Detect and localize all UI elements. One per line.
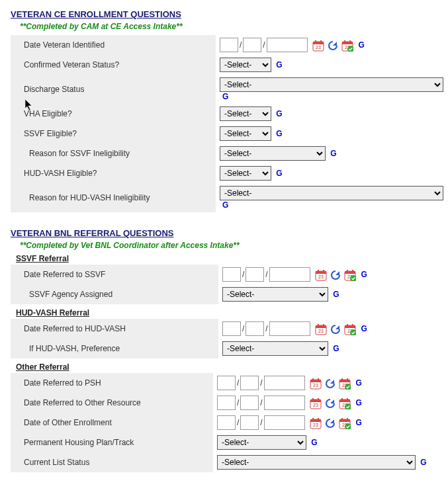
calendar-clear-icon[interactable] <box>310 417 322 429</box>
date-enroll-dd[interactable] <box>240 415 259 430</box>
calendar-ok-icon[interactable] <box>344 323 356 335</box>
calendar-clear-icon[interactable] <box>312 40 324 52</box>
select-housing-plan[interactable]: -Select- <box>217 435 306 450</box>
date-psh-dd[interactable] <box>240 376 259 390</box>
select-hudvash-eligible[interactable]: -Select- <box>220 166 271 181</box>
g-link[interactable]: G <box>355 418 361 427</box>
g-link[interactable]: G <box>361 324 367 333</box>
date-psh-mm[interactable] <box>217 376 236 390</box>
date-hudvash-dd[interactable] <box>246 321 264 336</box>
label-hudvash-inelig-reason: Reason for HUD-VASH Ineligibility <box>11 183 216 212</box>
label-date-other-enrollment: Date of Other Enrollment <box>11 413 213 433</box>
subheader-other-referral: Other Referral <box>16 362 441 372</box>
g-link[interactable]: G <box>358 40 364 50</box>
g-link[interactable]: G <box>311 438 317 447</box>
calendar-ok-icon[interactable] <box>344 269 356 281</box>
label-date-referred-hudvash: Date Referred to HUD-VASH <box>11 319 218 339</box>
label-confirmed-status: Confirmed Veteran Status? <box>11 55 216 75</box>
g-link[interactable]: G <box>276 109 282 118</box>
label-ssvf-inelig-reason: Reason for SSVF Ineligibility <box>11 144 216 163</box>
date-identified-dd[interactable] <box>243 38 261 52</box>
date-other-dd[interactable] <box>240 396 259 410</box>
section-title-bnl: VETERAN BNL REFERRAL QUESTIONS <box>7 228 441 238</box>
refresh-icon[interactable] <box>324 397 336 409</box>
g-link[interactable]: G <box>222 200 228 210</box>
label-hudvash-preference: If HUD-VASH, Preference <box>11 339 218 358</box>
date-enroll-mm[interactable] <box>217 415 236 430</box>
refresh-icon[interactable] <box>324 417 336 429</box>
date-identified-mm[interactable] <box>220 38 238 52</box>
label-date-veteran-identified: Date Veteran Identified <box>11 35 216 55</box>
select-ssvf-agency[interactable]: -Select- <box>222 287 328 302</box>
refresh-icon[interactable] <box>330 269 341 281</box>
label-current-list-status: Current List Status <box>11 452 213 472</box>
g-link[interactable]: G <box>276 60 282 69</box>
label-ssvf-agency-assigned: SSVF Agency Assigned <box>11 284 218 304</box>
calendar-clear-icon[interactable] <box>315 269 327 281</box>
select-hudvash-inelig-reason[interactable]: -Select- <box>220 186 443 200</box>
g-link[interactable]: G <box>361 270 367 279</box>
subheader-hudvash-referral: HUD-VASH Referral <box>16 308 441 317</box>
label-discharge-status: Discharge Status <box>11 75 216 104</box>
g-link[interactable]: G <box>276 129 282 138</box>
hudvash-referral-table: Date Referred to HUD-VASH // G If HUD-VA… <box>11 319 447 358</box>
calendar-ok-icon[interactable] <box>341 40 353 52</box>
select-vha-eligible[interactable]: -Select- <box>220 106 271 121</box>
date-hudvash-mm[interactable] <box>222 321 241 336</box>
g-link[interactable]: G <box>222 92 228 101</box>
date-enroll-yyyy[interactable] <box>264 415 305 430</box>
subheader-ssvf-referral: SSVF Referral <box>16 254 441 263</box>
label-date-referred-ssvf: Date Referred to SSVF <box>11 265 218 284</box>
select-discharge-status[interactable]: -Select- <box>220 77 443 92</box>
date-ssvf-dd[interactable] <box>246 267 264 282</box>
label-permanent-housing-plan: Permanent Housing Plan/Track <box>11 433 213 452</box>
date-psh-yyyy[interactable] <box>264 376 305 390</box>
calendar-clear-icon[interactable] <box>310 397 322 409</box>
refresh-icon[interactable] <box>330 323 341 335</box>
label-date-referred-other: Date Referred to Other Resource <box>11 393 213 413</box>
ce-form-table: Date Veteran Identified // G Confirmed V… <box>11 35 447 212</box>
g-link[interactable]: G <box>420 458 426 467</box>
calendar-clear-icon[interactable] <box>310 378 322 390</box>
g-link[interactable]: G <box>333 290 339 299</box>
select-ssvf-eligible[interactable]: -Select- <box>220 126 271 141</box>
label-ssvf-eligible: SSVF Eligible? <box>11 124 216 144</box>
refresh-icon[interactable] <box>324 378 336 390</box>
label-date-referred-psh: Date Referred to PSH <box>11 373 213 393</box>
other-referral-table: Date Referred to PSH // G Date Referred … <box>11 373 447 472</box>
section-subtitle-ce: **Completed by CAM at CE Access Intake** <box>20 22 441 31</box>
label-vha-eligible: VHA Eligible? <box>11 104 216 124</box>
g-link[interactable]: G <box>330 149 336 158</box>
section-title-ce: VETERAN CE ENROLLMENT QUESTIONS <box>7 9 441 19</box>
label-hudvash-eligible: HUD-VASH Eligible? <box>11 163 216 183</box>
g-link[interactable]: G <box>355 398 361 407</box>
g-link[interactable]: G <box>355 378 361 388</box>
select-hudvash-preference[interactable]: -Select- <box>222 341 328 356</box>
select-confirmed-status[interactable]: -Select- <box>220 58 271 72</box>
g-link[interactable]: G <box>333 344 339 353</box>
calendar-ok-icon[interactable] <box>339 378 351 390</box>
select-ssvf-inelig-reason[interactable]: -Select- <box>220 146 326 161</box>
calendar-ok-icon[interactable] <box>339 397 351 409</box>
select-current-list-status[interactable]: -Select- <box>217 455 416 470</box>
refresh-icon[interactable] <box>327 40 339 52</box>
date-identified-yyyy[interactable] <box>267 38 308 52</box>
calendar-clear-icon[interactable] <box>315 323 327 335</box>
ssvf-referral-table: Date Referred to SSVF // G SSVF Agency A… <box>11 265 447 304</box>
section-subtitle-bnl: **Completed by Vet BNL Coordinator after… <box>20 241 441 250</box>
date-ssvf-yyyy[interactable] <box>269 267 310 282</box>
calendar-ok-icon[interactable] <box>339 417 351 429</box>
date-other-yyyy[interactable] <box>264 396 305 410</box>
date-other-mm[interactable] <box>217 396 236 410</box>
date-ssvf-mm[interactable] <box>222 267 241 282</box>
date-hudvash-yyyy[interactable] <box>269 321 310 336</box>
g-link[interactable]: G <box>276 169 282 178</box>
